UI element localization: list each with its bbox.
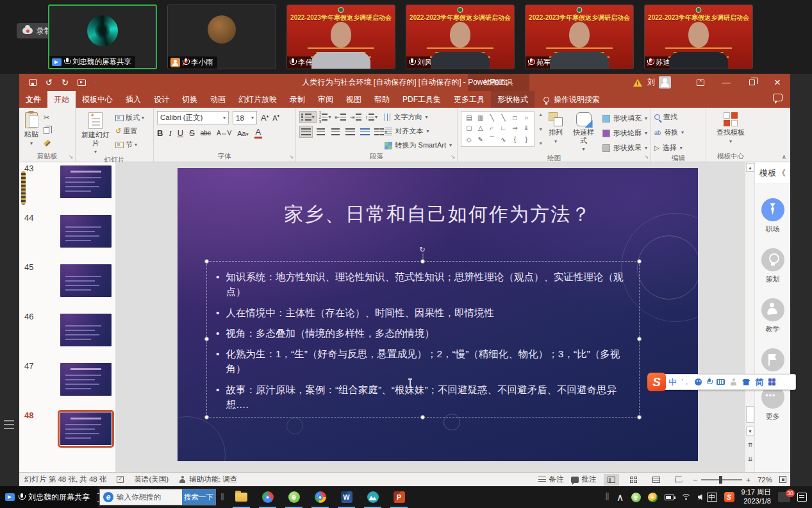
- screen-share-banner[interactable]: 刘忠魏的屏幕共享: [0, 486, 97, 508]
- resize-handle[interactable]: [204, 337, 209, 341]
- language-indicator[interactable]: 英语(美国): [134, 475, 169, 484]
- ribbon-tab[interactable]: 帮助: [368, 91, 396, 108]
- find-template-button[interactable]: 查找模板▾: [715, 111, 747, 146]
- underline-button[interactable]: U: [178, 128, 183, 138]
- template-category[interactable]: 策划: [755, 248, 790, 284]
- align-center-button[interactable]: [314, 126, 327, 138]
- selected-text-box[interactable]: ↻ •知识系统：地方性知识、理论性知识、范式性知识；思辨性理论（观点）、实证性理…: [206, 261, 640, 418]
- search-go-button[interactable]: 搜索一下: [182, 489, 215, 505]
- font-dialog-launcher[interactable]: ↘: [289, 154, 294, 160]
- action-center-icon[interactable]: [797, 493, 807, 502]
- taskbar-clock[interactable]: 9:17 周日2023/1/8: [742, 488, 771, 506]
- app-notification-icon[interactable]: 30: [778, 492, 790, 502]
- char-spacing-button[interactable]: A⇔V: [217, 130, 231, 137]
- emoji-icon[interactable]: [695, 378, 702, 385]
- taskbar-app-word[interactable]: W: [333, 486, 360, 508]
- shapes-gallery[interactable]: ▤▥╲╲□○ ▢△⌐∟⇒⇓ ◇✎⌒∿{}: [461, 111, 534, 147]
- grow-font-button[interactable]: A▴: [261, 113, 269, 123]
- participant-tile[interactable]: 李小雨: [167, 4, 276, 69]
- ribbon-tab[interactable]: 设计: [147, 91, 176, 108]
- line-spacing-button[interactable]: ↕▾: [364, 111, 379, 123]
- resize-handle[interactable]: [420, 415, 425, 419]
- participant-tile[interactable]: 刘忠魏的屏幕共享: [48, 4, 157, 69]
- close-button[interactable]: ✕: [765, 74, 790, 91]
- taskbar-app-explorer[interactable]: [228, 486, 254, 508]
- decrease-indent-button[interactable]: ⇤: [333, 111, 347, 123]
- new-slide-button[interactable]: 新建幻灯片▾: [79, 111, 112, 156]
- ribbon-tab[interactable]: 形状格式: [491, 91, 534, 108]
- zoom-percent[interactable]: 72%: [758, 476, 772, 484]
- shrink-font-button[interactable]: A▾: [272, 114, 279, 122]
- template-category[interactable]: 更多: [755, 385, 790, 421]
- shapes-scroll[interactable]: ▲▼▼: [538, 111, 543, 147]
- ribbon-tab[interactable]: 视图: [340, 91, 368, 108]
- shape-outline-button[interactable]: 形状轮廓▾: [602, 127, 647, 139]
- slide-sorter-button[interactable]: [626, 474, 642, 486]
- slideshow-view-button[interactable]: [671, 474, 686, 486]
- tray-360-browser-icon[interactable]: e: [631, 493, 641, 502]
- font-color-button[interactable]: A: [254, 128, 262, 139]
- input-indicator-icon[interactable]: 中: [707, 493, 717, 502]
- collapse-ribbon-button[interactable]: ∧: [782, 153, 786, 160]
- accessibility-status[interactable]: 辅助功能: 调查: [179, 475, 237, 484]
- cut-button[interactable]: ✂: [44, 112, 51, 123]
- sogou-logo-icon[interactable]: S: [647, 373, 666, 391]
- current-slide[interactable]: 家乡、日常和自己如何作为方法？ ↻ •知识系统：地方性知识、理论性知识、范式性知…: [178, 168, 698, 461]
- soft-keyboard-icon[interactable]: [717, 379, 725, 385]
- arrange-button[interactable]: 排列▾: [547, 111, 565, 146]
- layout-button[interactable]: 版式▾: [115, 112, 144, 123]
- spell-check-icon[interactable]: [117, 476, 124, 483]
- participant-tile[interactable]: 2022-2023学年寒假返乡调研启动会苑军军: [525, 4, 634, 69]
- strikethrough-button[interactable]: S: [189, 128, 195, 138]
- ribbon-tab[interactable]: PDF工具集: [396, 91, 447, 108]
- warning-icon[interactable]: [633, 79, 642, 87]
- copy-button[interactable]: [44, 125, 51, 135]
- ribbon-tab[interactable]: 录制: [283, 91, 311, 108]
- ribbon-tab[interactable]: 模板中心: [76, 91, 119, 108]
- resize-handle[interactable]: [637, 337, 642, 341]
- format-painter-button[interactable]: [44, 138, 51, 148]
- ribbon-tab[interactable]: 审阅: [311, 91, 340, 108]
- taskbar-app-360[interactable]: e: [281, 486, 307, 508]
- thumbnail-scrollbar[interactable]: [21, 171, 26, 205]
- sogou-tray-icon[interactable]: S: [724, 492, 734, 502]
- taskbar-search-box[interactable]: e 输入你想搜的 搜索一下: [99, 489, 216, 505]
- undo-icon[interactable]: ↺: [46, 78, 53, 87]
- save-icon[interactable]: [29, 79, 37, 86]
- distribute-button[interactable]: [358, 126, 372, 138]
- drawing-dialog-launcher[interactable]: ↘: [644, 154, 649, 160]
- paste-button[interactable]: 粘贴▾: [22, 111, 40, 148]
- tell-me-search[interactable]: 操作说明搜索: [543, 91, 600, 108]
- fit-slide-icon[interactable]: [779, 476, 786, 483]
- reset-button[interactable]: ↺重置: [115, 126, 144, 137]
- battery-icon[interactable]: [665, 495, 674, 500]
- clipboard-dialog-launcher[interactable]: ↘: [69, 154, 73, 160]
- participant-tile[interactable]: 2022-2023学年寒假返乡调研启动会刘风-河南农业大学: [406, 4, 515, 69]
- participant-tile[interactable]: 2022-2023学年寒假返乡调研启动会李伟: [286, 4, 395, 69]
- qat-customize-icon[interactable]: ▾: [95, 80, 97, 85]
- slide-thumbnail[interactable]: [60, 412, 112, 445]
- template-category[interactable]: [755, 348, 790, 371]
- template-category[interactable]: 职场: [755, 198, 790, 234]
- next-slide-button[interactable]: ⇊: [746, 455, 754, 464]
- shape-fill-button[interactable]: 形状填充▾: [602, 112, 647, 124]
- restore-button[interactable]: [739, 74, 765, 91]
- input-mode-chinese[interactable]: 中: [668, 378, 677, 386]
- ribbon-tab[interactable]: 插入: [119, 91, 147, 108]
- scroll-down-button[interactable]: ▼: [746, 427, 754, 436]
- comments-icon[interactable]: [773, 94, 783, 101]
- account-icon[interactable]: [730, 378, 737, 385]
- wifi-icon[interactable]: [681, 494, 691, 501]
- template-panel-header[interactable]: 模板《: [755, 162, 790, 184]
- italic-button[interactable]: I: [169, 128, 171, 139]
- comments-toggle[interactable]: 批注: [571, 475, 597, 484]
- volume-icon[interactable]: [698, 494, 700, 501]
- paragraph-dialog-launcher[interactable]: ↘: [451, 154, 455, 160]
- slide-title[interactable]: 家乡、日常和自己如何作为方法？: [178, 201, 698, 228]
- text-direction-button[interactable]: 文字方向▾: [385, 111, 452, 123]
- hidden-icons-chevron[interactable]: ∧: [617, 491, 624, 504]
- slide-scrollbar[interactable]: ▲ ▼ ⇈ ⇊: [745, 162, 754, 472]
- slide-thumbnail[interactable]: [60, 363, 112, 396]
- change-case-button[interactable]: Aa▾: [237, 130, 248, 137]
- resize-handle[interactable]: [637, 259, 642, 264]
